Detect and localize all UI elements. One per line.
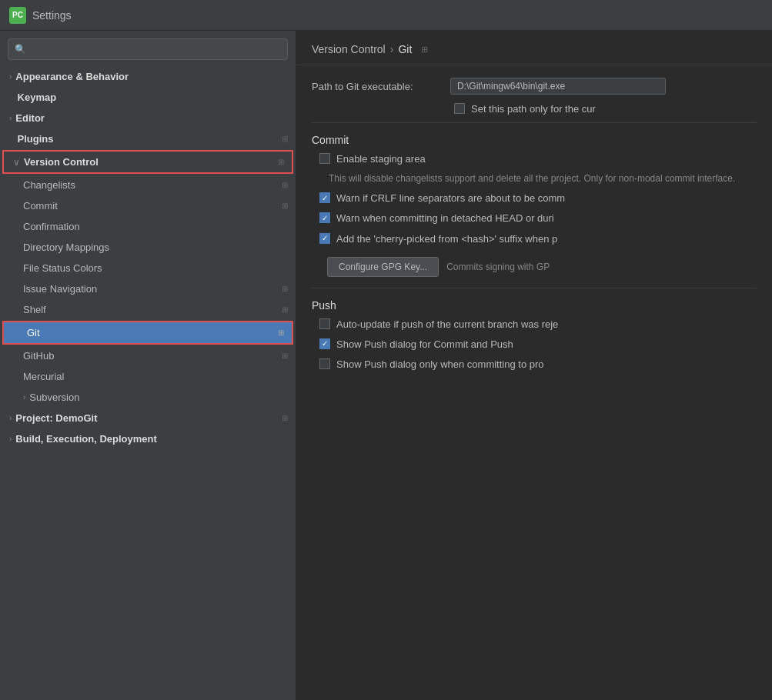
show-push-dialog-checkbox[interactable] (319, 338, 330, 349)
sidebar-item-keymap[interactable]: Keymap (0, 87, 296, 108)
sidebar-label: Build, Execution, Deployment (15, 433, 288, 445)
sidebar-item-commit[interactable]: Commit ⊞ (0, 195, 296, 216)
sidebar-item-git[interactable]: Git ⊞ (4, 322, 292, 343)
sidebar-label: Editor (15, 112, 288, 124)
sidebar-item-github[interactable]: GitHub ⊞ (0, 345, 296, 366)
breadcrumb: Version Control › Git ⊞ (296, 31, 772, 65)
sidebar-item-mercurial[interactable]: Mercurial (0, 366, 296, 387)
warn-crlf-label: Warn if CRLF line separators are about t… (336, 192, 565, 205)
grid-icon: ⊞ (282, 305, 288, 314)
set-path-only-checkbox[interactable] (454, 103, 465, 114)
sidebar-item-changelists[interactable]: Changelists ⊞ (0, 175, 296, 195)
breadcrumb-grid-icon: ⊞ (421, 45, 428, 55)
auto-update-checkbox[interactable] (319, 318, 330, 329)
sidebar: 🔍 › Appearance & Behavior Keymap › Edito… (0, 31, 296, 700)
sidebar-label: Project: DemoGit (15, 412, 282, 424)
expand-icon: › (9, 72, 12, 81)
app-logo: PC (9, 7, 26, 24)
sidebar-label: Plugins (18, 133, 282, 145)
staging-hint: This will disable changelists support an… (329, 172, 757, 185)
warn-detached-checkbox[interactable] (319, 212, 330, 223)
title-bar: PC Settings (0, 0, 772, 31)
content-area: Version Control › Git ⊞ Path to Git exec… (296, 31, 772, 700)
breadcrumb-current: Git (398, 43, 412, 55)
sidebar-label: Version Control (24, 156, 278, 168)
main-container: 🔍 › Appearance & Behavior Keymap › Edito… (0, 31, 772, 700)
show-push-dialog-only-checkbox[interactable] (319, 358, 330, 369)
sidebar-label: Changelists (23, 179, 282, 191)
gpg-hint: Commits signing with GP (446, 262, 550, 272)
sidebar-label: Subversion (29, 392, 288, 403)
enable-staging-label: Enable staging area (336, 152, 426, 166)
breadcrumb-sep: › (390, 43, 394, 55)
git-exe-row: Path to Git executable: (312, 78, 757, 95)
commit-section-title: Commit (312, 134, 757, 146)
sidebar-item-project-demogit[interactable]: › Project: DemoGit ⊞ (0, 408, 296, 428)
sidebar-label: GitHub (23, 350, 282, 362)
add-cherry-picked-row: Add the 'cherry-picked from <hash>' suff… (319, 232, 757, 246)
grid-icon: ⊞ (282, 414, 288, 422)
collapse-icon: ∨ (13, 157, 20, 168)
app-title: Settings (32, 9, 72, 22)
grid-icon: ⊞ (282, 181, 288, 189)
sidebar-label: Issue Navigation (23, 283, 282, 295)
enable-staging-checkbox[interactable] (319, 153, 330, 164)
sidebar-label: Commit (23, 200, 282, 212)
git-exe-label: Path to Git executable: (312, 81, 450, 92)
sidebar-label: Directory Mappings (23, 242, 288, 253)
sidebar-label: Keymap (18, 92, 288, 103)
sidebar-label: Mercurial (23, 371, 288, 382)
search-box[interactable]: 🔍 (8, 38, 288, 60)
auto-update-row: Auto-update if push of the current branc… (319, 318, 757, 332)
sidebar-label: Confirmation (23, 221, 288, 232)
expand-icon: › (9, 114, 12, 122)
warn-crlf-checkbox[interactable] (319, 192, 330, 203)
warn-detached-row: Warn when committing in detached HEAD or… (319, 212, 757, 225)
set-path-only-row: Set this path only for the cur (454, 102, 757, 116)
sidebar-item-directory-mappings[interactable]: Directory Mappings (0, 237, 296, 258)
grid-icon: ⊞ (282, 285, 288, 293)
add-cherry-picked-label: Add the 'cherry-picked from <hash>' suff… (336, 232, 557, 246)
search-input[interactable] (29, 44, 281, 55)
sidebar-item-appearance[interactable]: › Appearance & Behavior (0, 66, 296, 87)
set-path-only-label: Set this path only for the cur (471, 102, 596, 116)
git-exe-input[interactable] (450, 78, 666, 95)
grid-icon: ⊞ (282, 352, 288, 360)
show-push-dialog-row: Show Push dialog for Commit and Push (319, 338, 757, 352)
spacer (9, 135, 14, 143)
sidebar-item-version-control[interactable]: ∨ Version Control ⊞ (4, 152, 292, 172)
enable-staging-row: Enable staging area (319, 152, 757, 166)
sidebar-item-shelf[interactable]: Shelf ⊞ (0, 299, 296, 320)
sidebar-item-subversion[interactable]: › Subversion (0, 387, 296, 408)
breadcrumb-parent: Version Control (312, 43, 386, 55)
expand-icon: › (9, 435, 12, 443)
grid-icon: ⊞ (282, 135, 288, 143)
sidebar-label: Git (27, 327, 278, 338)
show-push-dialog-label: Show Push dialog for Commit and Push (336, 338, 513, 352)
add-cherry-picked-checkbox[interactable] (319, 233, 330, 244)
sidebar-item-confirmation[interactable]: Confirmation (0, 216, 296, 237)
push-section-title: Push (312, 299, 757, 312)
expand-icon: › (23, 393, 25, 402)
warn-detached-label: Warn when committing in detached HEAD or… (336, 212, 554, 225)
auto-update-label: Auto-update if push of the current branc… (336, 318, 558, 332)
sidebar-item-issue-navigation[interactable]: Issue Navigation ⊞ (0, 278, 296, 299)
sidebar-item-plugins[interactable]: Plugins ⊞ (0, 128, 296, 149)
content-body: Path to Git executable: Set this path on… (296, 65, 772, 390)
grid-icon: ⊞ (282, 202, 288, 210)
sidebar-item-file-status-colors[interactable]: File Status Colors (0, 258, 296, 278)
grid-icon: ⊞ (278, 328, 284, 337)
sidebar-item-build-exec[interactable]: › Build, Execution, Deployment (0, 428, 296, 449)
show-push-dialog-only-label: Show Push dialog only when committing to… (336, 358, 544, 372)
expand-icon: › (9, 414, 12, 422)
separator2 (312, 288, 757, 288)
configure-gpg-button[interactable]: Configure GPG Key... (327, 257, 439, 277)
sidebar-label: Shelf (23, 304, 282, 315)
grid-icon: ⊞ (278, 158, 284, 166)
warn-crlf-row: Warn if CRLF line separators are about t… (319, 192, 757, 205)
sidebar-label: File Status Colors (23, 262, 288, 274)
sidebar-item-editor[interactable]: › Editor (0, 108, 296, 128)
separator (312, 122, 757, 123)
sidebar-label: Appearance & Behavior (15, 71, 288, 82)
spacer (9, 93, 14, 102)
